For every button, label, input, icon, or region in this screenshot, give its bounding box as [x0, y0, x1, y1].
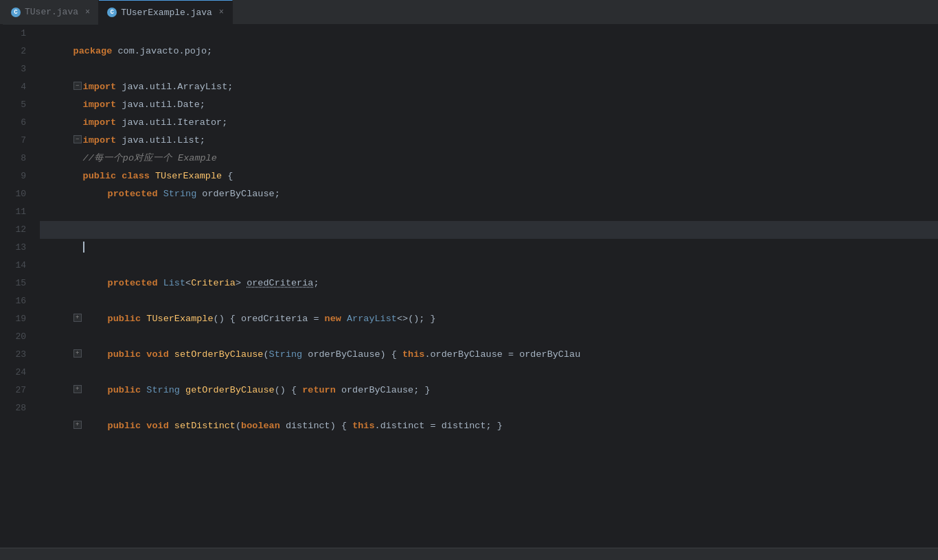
code-line-12	[40, 221, 938, 239]
tab-tuserexample-label: TUserExample.java	[121, 8, 212, 18]
tuserex-icon: C	[107, 8, 117, 17]
tab-tuserexample[interactable]: C TUserExample.java ×	[99, 0, 233, 25]
code-line-20: +public void setOrderByClause(String ord…	[40, 328, 938, 346]
code-line-11: protected boolean distinct;	[40, 203, 938, 221]
code-line-14: protected List<Criteria> oredCriteria;	[40, 257, 938, 275]
code-line-24: +public String getOrderByClause() { retu…	[40, 364, 938, 382]
code-line-27	[40, 382, 938, 399]
code-line-8: public class TUserExample {	[40, 150, 938, 167]
code-line-7: //每一个po对应一个 Example	[40, 132, 938, 150]
tab-tuser[interactable]: C TUser.java ×	[3, 0, 99, 25]
code-line-9: protected String orderByClause;	[40, 167, 938, 185]
code-line-3: −import java.util.ArrayList;	[40, 60, 938, 78]
code-line-10	[40, 185, 938, 203]
code-line-28: +public void setDistinct(boolean distinc…	[40, 399, 938, 417]
collapse-icon-28[interactable]: +	[73, 421, 82, 429]
code-line-2	[40, 43, 938, 60]
code-line-23	[40, 346, 938, 364]
tuser-icon: C	[11, 8, 21, 17]
tab-tuser-close[interactable]: ×	[85, 8, 90, 17]
tab-tuserexample-close[interactable]: ×	[219, 8, 224, 17]
code-line-1: package com.javacto.pojo;	[40, 25, 938, 43]
code-line-6: −import java.util.List;	[40, 114, 938, 132]
code-line-16: +public TUserExample() { oredCriteria = …	[40, 292, 938, 310]
code-lines: package com.javacto.pojo; −import java.u…	[34, 25, 938, 548]
scrollbar-bottom	[0, 548, 938, 560]
line-numbers: 1 2 3 4 5 6 7 8 9 10 11 12 13 14 15 16 1…	[0, 25, 34, 548]
code-line-5: import java.util.Iterator;	[40, 96, 938, 114]
tab-tuser-label: TUser.java	[25, 7, 78, 17]
code-container[interactable]: 1 2 3 4 5 6 7 8 9 10 11 12 13 14 15 16 1…	[0, 25, 938, 548]
code-line-13	[40, 239, 938, 257]
tab-bar: C TUser.java × C TUserExample.java ×	[0, 0, 938, 25]
code-line-15	[40, 275, 938, 292]
code-line-19	[40, 310, 938, 328]
code-line-4: import java.util.Date;	[40, 78, 938, 96]
